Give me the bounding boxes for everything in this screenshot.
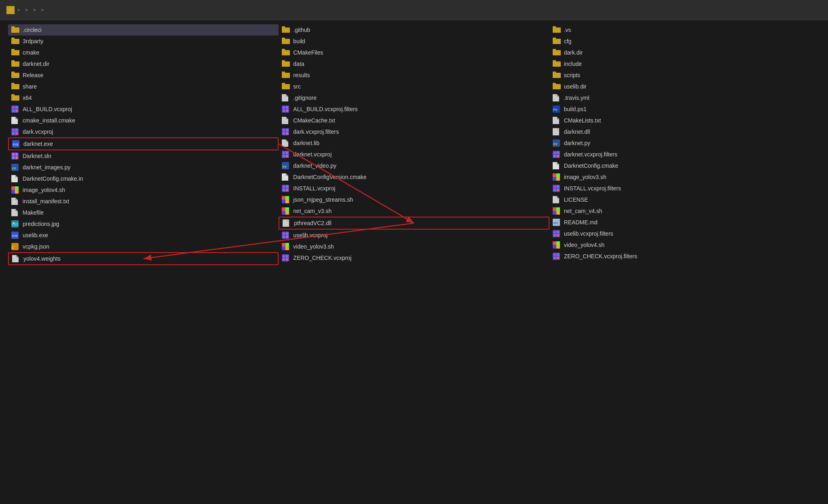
file-item[interactable]: .github (279, 24, 549, 36)
file-item[interactable]: ALL_BUILD.vcxproj.filters (279, 103, 549, 115)
file-item[interactable]: Release (8, 70, 279, 81)
file-name-label: build (293, 38, 305, 44)
svg-rect-3 (11, 38, 15, 40)
file-item[interactable]: image_yolov3.sh (549, 171, 820, 183)
file-item[interactable]: INSTALL.vcxproj (279, 183, 549, 194)
file-item[interactable]: cmake_install.cmake (8, 115, 279, 126)
svg-rect-23 (15, 129, 18, 131)
file-item[interactable]: uselib.dir (549, 81, 820, 92)
file-item[interactable]: darknet.vcxproj (279, 149, 549, 160)
file-item[interactable]: uselib.vcxproj (279, 230, 549, 241)
file-item[interactable]: .circleci (8, 24, 279, 36)
vcxproj-icon (553, 185, 561, 192)
file-item[interactable]: include (549, 58, 820, 70)
file-item[interactable]: cfg (549, 36, 820, 47)
file-item[interactable]: ZERO_CHECK.vcxproj.filters (549, 251, 820, 262)
file-item[interactable]: .gitignore (279, 92, 549, 103)
file-item[interactable]: cmake (8, 47, 279, 58)
file-item[interactable]: uselib.vcxproj.filters (549, 228, 820, 239)
file-name-label: .vs (564, 27, 571, 33)
file-item[interactable]: INSTALL.vcxproj.filters (549, 183, 820, 194)
git-icon (282, 94, 290, 101)
svg-marker-81 (286, 139, 288, 142)
file-item[interactable]: CMakeCache.txt (279, 115, 549, 126)
svg-rect-165 (556, 211, 560, 215)
file-item[interactable]: json_mjpeg_streams.sh (279, 194, 549, 205)
vcxproj-icon (282, 232, 290, 239)
svg-rect-16 (15, 106, 18, 109)
file-item[interactable]: predictions.jpg (8, 218, 279, 230)
file-item[interactable]: src (279, 81, 549, 92)
file-name-label: .travis.yml (564, 95, 589, 101)
file-item[interactable]: net_cam_v3.sh (279, 205, 549, 217)
file-item[interactable]: darknet.dir (8, 58, 279, 70)
file-item[interactable]: py darknet.py (549, 137, 820, 149)
file-item[interactable]: video_yolov4.sh (549, 239, 820, 251)
svg-rect-115 (285, 247, 289, 250)
file-item[interactable]: yolov4.weights (8, 252, 279, 265)
file-item[interactable]: dark.dir (549, 47, 820, 58)
file-name-label: cmake (23, 49, 39, 56)
file-item[interactable]: CMakeLists.txt (549, 115, 820, 126)
file-name-label: CMakeFiles (293, 49, 323, 56)
file-item[interactable]: darknet.vcxproj.filters (549, 149, 820, 160)
file-item[interactable]: dark.vcxproj (8, 126, 279, 137)
file-item[interactable]: darknet.lib (279, 137, 549, 149)
svg-rect-83 (283, 152, 285, 154)
file-item[interactable]: x64 (8, 92, 279, 103)
file-item[interactable]: .vs (549, 24, 820, 36)
file-item[interactable]: scripts (549, 70, 820, 81)
file-name-label: net_cam_v4.sh (564, 208, 602, 214)
svg-marker-160 (553, 196, 559, 203)
folder-icon (282, 60, 290, 67)
file-item[interactable]: py darknet_images.py (8, 162, 279, 173)
file-item[interactable]: EXE darknet.exe (8, 137, 279, 150)
file-item[interactable]: build (279, 36, 549, 47)
file-item[interactable]: LICENSE (549, 194, 820, 205)
md-icon: md (553, 219, 561, 226)
svg-text:EXE: EXE (12, 234, 18, 237)
file-item[interactable]: dark.vcxproj.filters (279, 126, 549, 137)
file-item[interactable]: install_manifest.txt (8, 196, 279, 207)
file-item[interactable]: CMakeFiles (279, 47, 549, 58)
file-item[interactable]: net_cam_v4.sh (549, 205, 820, 217)
svg-rect-146 (557, 152, 559, 154)
svg-rect-100 (282, 207, 285, 211)
file-name-label: install_manifest.txt (23, 198, 69, 205)
file-item[interactable]: py darknet_video.py (279, 160, 549, 171)
svg-rect-79 (286, 132, 288, 135)
svg-rect-92 (283, 186, 285, 188)
sh-icon (11, 186, 19, 194)
file-item[interactable]: DarknetConfig.cmake (549, 160, 820, 171)
file-item[interactable]: DarknetConfig.cmake.in (8, 173, 279, 184)
file-name-label: INSTALL.vcxproj.filters (564, 185, 621, 192)
file-item[interactable]: image_yolov4.sh (8, 184, 279, 196)
file-item[interactable]: darknet.dll (549, 126, 820, 137)
file-item[interactable]: .travis.yml (549, 92, 820, 103)
file-name-label: dark.dir (564, 49, 583, 56)
file-item[interactable]: ALL_BUILD.vcxproj (8, 103, 279, 115)
vcxproj-icon (282, 185, 290, 192)
svg-rect-98 (282, 200, 285, 203)
file-item[interactable]: 3rdparty (8, 36, 279, 47)
file-item[interactable]: DarknetConfigVersion.cmake (279, 171, 549, 183)
file-item[interactable]: share (8, 81, 279, 92)
file-name-label: 3rdparty (23, 38, 43, 44)
file-item[interactable]: PS build.ps1 (549, 103, 820, 115)
svg-rect-30 (15, 153, 18, 156)
file-item[interactable]: video_yolov3.sh (279, 241, 549, 252)
file-name-label: pthreadVC2.dll (294, 220, 332, 226)
svg-rect-170 (557, 231, 559, 233)
breadcrumb-sep2: > (25, 7, 28, 13)
sh-icon (553, 241, 561, 249)
file-item[interactable]: md README.md (549, 217, 820, 228)
file-item[interactable]: Makefile (8, 207, 279, 218)
file-item[interactable]: {} vcpkg.json (8, 241, 279, 252)
svg-marker-134 (557, 94, 559, 97)
file-item[interactable]: EXE uselib.exe (8, 230, 279, 241)
file-item[interactable]: results (279, 70, 549, 81)
file-item[interactable]: ZERO_CHECK.vcxproj (279, 252, 549, 264)
file-item[interactable]: pthreadVC2.dll (279, 217, 549, 230)
file-item[interactable]: Darknet.sln (8, 150, 279, 162)
file-item[interactable]: data (279, 58, 549, 70)
